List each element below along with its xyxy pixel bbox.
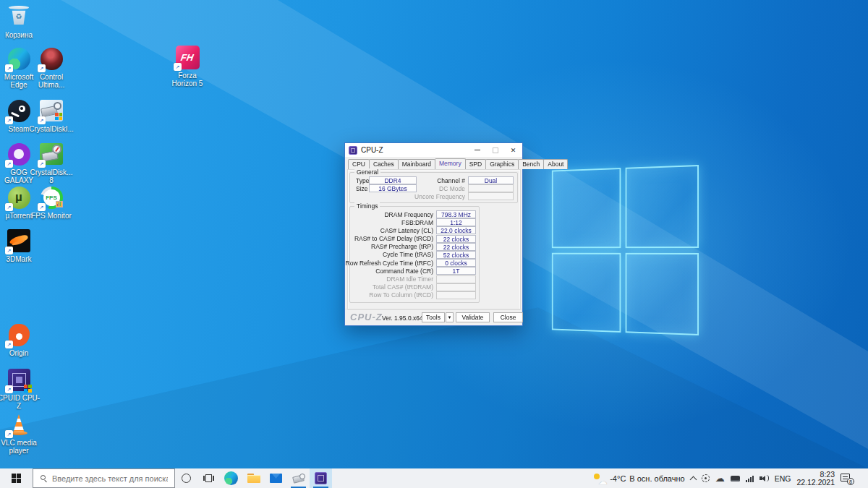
device-tray-icon[interactable] bbox=[731, 476, 740, 481]
icon-label: FPS Monitor bbox=[31, 212, 72, 220]
shortcut-arrow-icon: ↗ bbox=[174, 63, 182, 71]
tab-cpu[interactable]: CPU bbox=[348, 159, 370, 169]
weather-widget[interactable]: ☁ -4°C В осн. облачно bbox=[594, 473, 684, 484]
shortcut-arrow-icon: ↗ bbox=[5, 64, 13, 72]
channel-value-field[interactable]: Dual bbox=[468, 176, 514, 184]
file-explorer-button[interactable] bbox=[242, 468, 265, 488]
windows-logo-pane bbox=[625, 165, 699, 248]
validate-button[interactable]: Validate bbox=[456, 312, 490, 322]
fsb-dram-field[interactable]: 1:12 bbox=[436, 218, 476, 226]
desktop-icon-crystaldiskinfo[interactable]: ↗ CrystalDiskI... bbox=[30, 98, 73, 133]
taskbar-edge-button[interactable] bbox=[220, 468, 242, 488]
tab-bench[interactable]: Bench bbox=[518, 159, 544, 169]
desktop-icon-cpuid-cpuz[interactable]: ↗ CPUID CPU-Z bbox=[0, 367, 41, 410]
windows-logo-pane bbox=[625, 252, 699, 335]
icon-label: Steam bbox=[9, 125, 30, 133]
crystaldiskmark-icon: ↗ bbox=[38, 141, 64, 167]
minimize-button[interactable] bbox=[468, 143, 486, 157]
tab-memory[interactable]: Memory bbox=[435, 158, 466, 169]
network-signal-icon[interactable] bbox=[746, 475, 754, 482]
total-cas-field bbox=[436, 283, 476, 291]
mail-button[interactable] bbox=[265, 468, 287, 488]
tab-about[interactable]: About bbox=[543, 159, 568, 169]
desktop-icon-vlc[interactable]: ↗ VLC media player bbox=[0, 411, 41, 455]
command-rate-field[interactable]: 1T bbox=[436, 267, 476, 275]
onedrive-icon[interactable]: ☁ bbox=[715, 474, 725, 483]
trcd-field[interactable]: 22 clocks bbox=[436, 235, 476, 243]
language-indicator[interactable]: ENG bbox=[775, 474, 791, 483]
desktop-icon-recycle-bin[interactable]: ♻ Корзина bbox=[0, 4, 41, 39]
dc-mode-label: DC Mode bbox=[439, 185, 465, 192]
tab-mainboard[interactable]: Mainboard bbox=[398, 159, 435, 169]
timing-row-trcd: RAS# to CAS# Delay (tRCD) 22 clocks bbox=[353, 235, 476, 243]
tools-button[interactable]: Tools bbox=[422, 312, 445, 322]
cpuid-cpuz-icon: ↗ bbox=[6, 367, 32, 393]
desktop-icon-forza-horizon-5[interactable]: FH ↗ Forza Horizon 5 bbox=[166, 44, 209, 87]
cas-latency-field[interactable]: 22.0 clocks bbox=[436, 226, 476, 234]
tab-spd[interactable]: SPD bbox=[465, 159, 486, 169]
start-button[interactable] bbox=[0, 468, 33, 488]
tab-graphics[interactable]: Graphics bbox=[485, 159, 519, 169]
cpuz-tab-strip: CPU Caches Mainboard Memory SPD Graphics… bbox=[348, 159, 519, 169]
weather-icon: ☁ bbox=[594, 473, 606, 484]
close-window-button[interactable]: Close bbox=[493, 312, 523, 322]
taskbar-search[interactable] bbox=[33, 468, 175, 488]
crystaldiskmark-task-button[interactable] bbox=[287, 468, 310, 488]
timing-row-tras: Cycle Time (tRAS) 52 clocks bbox=[353, 251, 476, 259]
windows-logo-pane bbox=[552, 168, 621, 248]
type-value-field[interactable]: DDR4 bbox=[369, 176, 417, 184]
size-label: Size bbox=[356, 185, 368, 192]
search-input[interactable] bbox=[52, 474, 168, 483]
uncore-frequency-label: Uncore Frequency bbox=[414, 193, 465, 200]
timing-row-trfc: Row Refresh Cycle Time (tRFC) 0 clocks bbox=[353, 259, 476, 267]
minimize-icon bbox=[475, 150, 480, 150]
update-tray-icon[interactable] bbox=[702, 474, 710, 482]
cortana-button[interactable] bbox=[175, 468, 197, 488]
size-value-field[interactable]: 16 GBytes bbox=[369, 184, 417, 192]
cpuz-icon bbox=[315, 472, 327, 484]
window-title: CPU-Z bbox=[361, 146, 383, 154]
edge-icon bbox=[224, 471, 238, 485]
folder-icon bbox=[247, 474, 260, 483]
icon-label: µTorrent bbox=[6, 212, 33, 220]
close-button[interactable]: ✕ bbox=[504, 143, 522, 157]
trfc-field[interactable]: 0 clocks bbox=[436, 259, 476, 267]
forza-horizon-5-icon: FH ↗ bbox=[174, 44, 200, 70]
notification-badge: 8 bbox=[847, 478, 854, 485]
windows-logo-pane bbox=[552, 252, 621, 333]
timing-row-fsb-dram: FSB:DRAM 1:12 bbox=[353, 218, 476, 226]
tools-dropdown-button[interactable]: ▼ bbox=[446, 312, 454, 322]
task-view-button[interactable] bbox=[197, 468, 220, 488]
cpuz-footer: CPU-Z Ver. 1.95.0.x64 Tools ▼ Validate C… bbox=[345, 309, 522, 325]
shortcut-arrow-icon: ↗ bbox=[5, 341, 13, 348]
cpuz-window: CPU-Z ✕ CPU Caches Mainboard Memory SPD … bbox=[344, 142, 523, 326]
timing-row-trp: RAS# Precharge (tRP) 22 clocks bbox=[353, 243, 476, 251]
taskbar: ☁ -4°C В осн. облачно ☁ ENG 8:23 22.12.2… bbox=[0, 468, 868, 488]
desktop-icon-control-ultimate[interactable]: ↗ Control Ultima... bbox=[30, 46, 73, 89]
desktop-icon-fps-monitor[interactable]: FPS ↗ FPS Monitor bbox=[30, 184, 73, 220]
steam-icon: ↗ bbox=[6, 98, 32, 124]
hidden-icons-chevron[interactable] bbox=[689, 476, 697, 483]
tras-field[interactable]: 52 clocks bbox=[436, 251, 476, 259]
taskbar-clock[interactable]: 8:23 22.12.2021 bbox=[796, 471, 835, 487]
trp-field[interactable]: 22 clocks bbox=[436, 243, 476, 251]
desktop-icon-crystaldiskmark[interactable]: ↗ CrystalDisk... 8 bbox=[30, 141, 73, 184]
volume-icon[interactable] bbox=[760, 475, 769, 481]
desktop-icon-3dmark[interactable]: ↗ 3DMark bbox=[0, 228, 41, 263]
uncore-frequency-value-field bbox=[468, 192, 514, 200]
dram-frequency-field[interactable]: 798.3 MHz bbox=[436, 210, 476, 218]
fps-monitor-icon: FPS ↗ bbox=[38, 184, 64, 210]
origin-icon: ↗ bbox=[6, 322, 32, 348]
desktop-icon-origin[interactable]: ↗ Origin bbox=[0, 322, 41, 357]
icon-label: Forza Horizon 5 bbox=[166, 72, 209, 87]
clock-date: 22.12.2021 bbox=[796, 479, 835, 487]
timing-row-dram-frequency: DRAM Frequency 798.3 MHz bbox=[353, 210, 476, 218]
general-group: General Type DDR4 Size 16 GBytes Channel… bbox=[349, 172, 518, 203]
shortcut-arrow-icon: ↗ bbox=[38, 116, 46, 124]
cpuz-task-button[interactable] bbox=[310, 468, 332, 488]
action-center-button[interactable]: 8 bbox=[841, 473, 853, 484]
crystaldiskinfo-icon: ↗ bbox=[38, 98, 64, 124]
channel-label: Channel # bbox=[437, 177, 465, 184]
tab-caches[interactable]: Caches bbox=[369, 159, 399, 169]
cpuz-titlebar[interactable]: CPU-Z ✕ bbox=[345, 143, 522, 157]
